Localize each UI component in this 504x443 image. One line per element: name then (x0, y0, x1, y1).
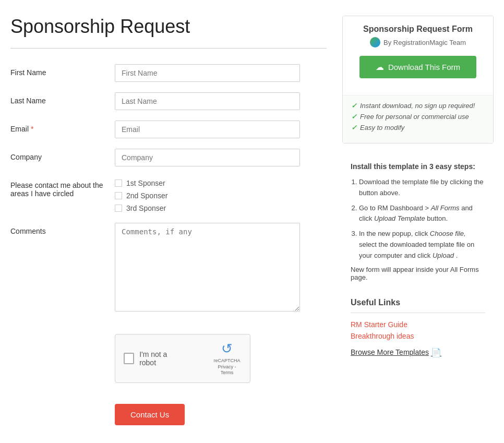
last-name-row: Last Name (10, 92, 327, 110)
captcha-checkbox[interactable] (124, 353, 134, 364)
first-name-label: First Name (10, 64, 115, 77)
sidebar-author: By RegistrationMagic Team (351, 37, 485, 47)
company-field (115, 149, 327, 166)
install-section: Install this template in 3 easy steps: D… (342, 154, 494, 290)
sponser-1-checkbox[interactable] (115, 179, 122, 187)
email-label: Email * (10, 121, 115, 133)
captcha-label: I'm not a robot (139, 350, 181, 367)
submit-area: Contact Us (115, 404, 327, 425)
sponser-1-label: 1st Sponser (126, 179, 165, 187)
first-name-input[interactable] (115, 64, 300, 82)
sponser-2-item[interactable]: 2nd Sponser (115, 191, 327, 200)
comments-label: Comments (10, 223, 115, 235)
author-label: By RegistrationMagic Team (383, 39, 466, 46)
features-list: ✓ Instant download, no sign up required!… (343, 95, 493, 143)
first-name-field (115, 64, 327, 82)
install-title: Install this template in 3 easy steps: (351, 162, 485, 171)
install-steps: Download the template file by clicking t… (351, 177, 485, 261)
check-icon-2: ✓ (351, 113, 357, 121)
company-row: Company (10, 149, 327, 166)
last-name-input[interactable] (115, 92, 300, 110)
form-divider (10, 48, 327, 49)
company-input[interactable] (115, 149, 300, 166)
useful-links-title: Useful Links (351, 298, 485, 307)
last-name-label: Last Name (10, 92, 115, 105)
captcha-brand: reCAPTCHAPrivacy - Terms (212, 358, 242, 376)
all-forms-text-1: All Forms (431, 204, 460, 212)
sponsorship-row: Please contact me about the areas I have… (10, 177, 327, 212)
feature-1-text: Instant download, no sign up required! (360, 102, 475, 110)
company-label: Company (10, 149, 115, 161)
required-star: * (29, 125, 33, 133)
email-input[interactable] (115, 121, 300, 138)
check-icon-3: ✓ (351, 124, 357, 131)
sponser-3-item[interactable]: 3rd Sponser (115, 204, 327, 212)
download-btn-label: Download This Form (388, 63, 460, 71)
last-name-field (115, 92, 327, 110)
checkbox-group: 1st Sponser 2nd Sponser 3rd Sponser (115, 177, 327, 212)
submit-button[interactable]: Contact Us (115, 404, 185, 425)
browse-more-label: Browse More Templates (351, 348, 429, 356)
feature-3: ✓ Easy to modify (351, 124, 485, 131)
check-icon-1: ✓ (351, 102, 357, 110)
captcha-right: ↺ reCAPTCHAPrivacy - Terms (212, 341, 242, 376)
sponser-3-label: 3rd Sponser (126, 204, 166, 212)
download-button[interactable]: ☁ Download This Form (359, 56, 476, 78)
comments-field (115, 223, 327, 313)
breakthrough-ideas-link[interactable]: Breakthrough ideas (351, 332, 485, 340)
choose-file-text: Choose file, (430, 230, 466, 237)
all-forms-text-2: All Forms (450, 266, 479, 273)
upload-text: Upload (433, 252, 454, 259)
author-icon (370, 37, 380, 47)
feature-2-text: Free for personal or commercial use (360, 113, 469, 121)
main-content: Sponsorship Request First Name Last Name… (10, 16, 327, 425)
feature-3-text: Easy to modify (360, 124, 404, 131)
sidebar: Sponsorship Request Form By Registration… (342, 16, 494, 425)
install-step-3: In the new popup, click Choose file, sel… (359, 229, 485, 261)
captcha-box[interactable]: I'm not a robot ↺ reCAPTCHAPrivacy - Ter… (115, 334, 250, 383)
upload-template-text: Upload Template (374, 214, 425, 222)
feature-1: ✓ Instant download, no sign up required! (351, 102, 485, 110)
rm-starter-guide-link[interactable]: RM Starter Guide (351, 320, 485, 329)
install-step-1: Download the template file by clicking t… (359, 177, 485, 199)
sidebar-form-title: Sponsorship Request Form (351, 25, 485, 34)
sponser-3-checkbox[interactable] (115, 205, 122, 212)
browse-more-icon: 📄 (431, 348, 441, 357)
captcha-left: I'm not a robot (124, 350, 181, 367)
email-row: Email * (10, 121, 327, 138)
new-form-note: New form will appear inside your All For… (351, 266, 485, 281)
feature-2: ✓ Free for personal or commercial use (351, 113, 485, 121)
comments-row: Comments (10, 223, 327, 313)
useful-links-section: Useful Links RM Starter Guide Breakthrou… (342, 290, 494, 366)
sponser-1-item[interactable]: 1st Sponser (115, 179, 327, 187)
browse-more-button[interactable]: Browse More Templates 📄 (351, 348, 441, 357)
email-field (115, 121, 327, 138)
install-step-2: Go to RM Dashboard > All Forms and click… (359, 203, 485, 225)
sidebar-header: Sponsorship Request Form By Registration… (343, 16, 493, 95)
sponsorship-label: Please contact me about the areas I have… (10, 177, 115, 198)
recaptcha-icon: ↺ (221, 341, 233, 357)
comments-textarea[interactable] (115, 223, 300, 312)
useful-links-divider (351, 313, 485, 313)
page-title: Sponsorship Request (10, 16, 327, 38)
sponser-2-label: 2nd Sponser (126, 191, 167, 200)
first-name-row: First Name (10, 64, 327, 82)
sidebar-card: Sponsorship Request Form By Registration… (342, 16, 494, 143)
sponsorship-field: 1st Sponser 2nd Sponser 3rd Sponser (115, 177, 327, 212)
download-icon: ☁ (376, 62, 384, 72)
sponser-2-checkbox[interactable] (115, 192, 122, 199)
